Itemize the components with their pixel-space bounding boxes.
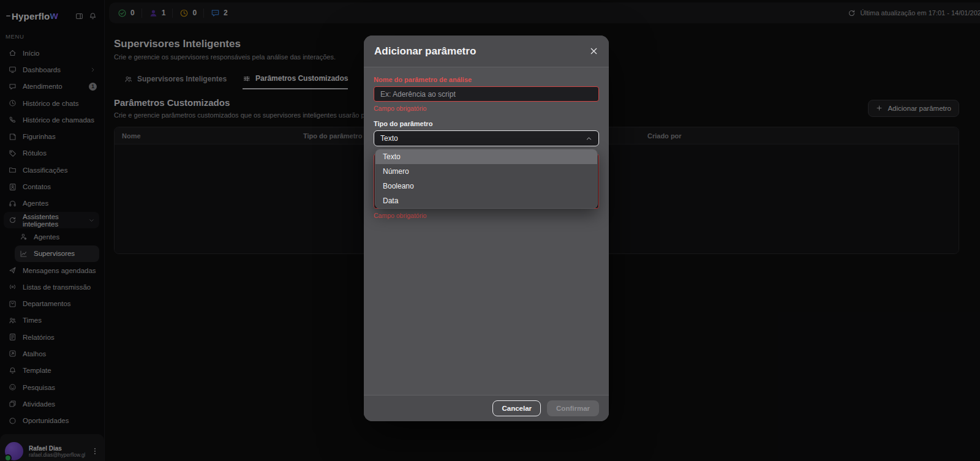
cancel-button[interactable]: Cancelar xyxy=(492,400,541,416)
dropdown-option-data[interactable]: Data xyxy=(375,193,597,208)
parameter-type-select[interactable]: Texto xyxy=(374,130,599,146)
name-field-error: Campo obrigatório xyxy=(374,105,599,112)
dropdown-option-texto[interactable]: Texto xyxy=(375,149,597,164)
modal-title: Adicionar parâmetro xyxy=(374,45,476,58)
description-field-error: Campo obrigatório xyxy=(374,212,599,219)
close-icon[interactable] xyxy=(589,47,598,56)
name-field-label: Nome do parâmetro de análise xyxy=(374,76,599,83)
dropdown-option-booleano[interactable]: Booleano xyxy=(375,179,597,193)
type-dropdown: Texto Número Booleano Data xyxy=(375,149,598,209)
selected-type-value: Texto xyxy=(380,134,398,143)
add-parameter-modal: Adicionar parâmetro Nome do parâmetro de… xyxy=(364,36,609,421)
dropdown-option-numero[interactable]: Número xyxy=(375,164,597,179)
confirm-button[interactable]: Confirmar xyxy=(547,400,599,416)
type-field-label: Tipo do parâmetro xyxy=(374,120,599,127)
parameter-name-input[interactable] xyxy=(374,86,599,102)
chevron-up-icon xyxy=(586,135,592,142)
